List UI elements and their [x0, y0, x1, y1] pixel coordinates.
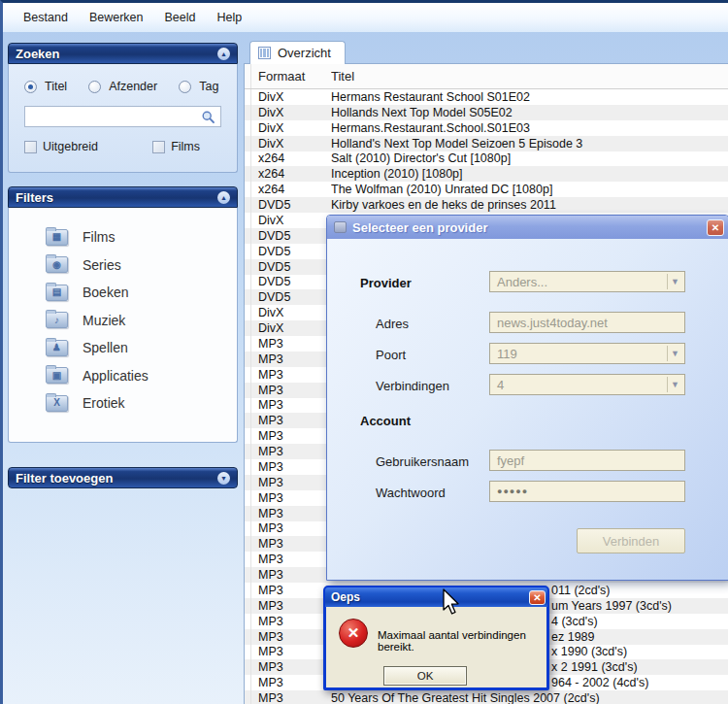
app-window-folder-icon: ▣	[46, 367, 68, 384]
row-format: MP3	[251, 398, 331, 412]
menu-beeld[interactable]: Beeld	[154, 7, 205, 28]
table-header[interactable]: Formaat Titel	[245, 64, 728, 89]
collapse-up-icon[interactable]: ▲	[217, 191, 230, 204]
menu-help[interactable]: Help	[207, 7, 251, 28]
table-row[interactable]: DivXHermans Restaurant School S01E02	[245, 89, 728, 105]
gebruikersnaam-input[interactable]: fyepf	[489, 450, 685, 471]
menu-bestand[interactable]: Bestand	[14, 7, 78, 28]
filter-toevoegen-title: Filter toevoegen	[16, 471, 113, 486]
filter-item-muziek[interactable]: ♪Muziek	[9, 307, 237, 335]
filter-toevoegen-header[interactable]: Filter toevoegen ▼	[8, 467, 238, 488]
row-format: DVD5	[251, 260, 331, 274]
tab-overzicht[interactable]: Overzicht	[249, 41, 346, 64]
wachtwoord-value: ●●●●●	[497, 486, 528, 496]
radio-afzender[interactable]	[88, 81, 101, 93]
adres-input[interactable]: news.just4today.net	[489, 312, 685, 333]
column-header-titel[interactable]: Titel	[331, 69, 728, 84]
ok-button-label: OK	[417, 670, 434, 682]
filter-item-erotiek[interactable]: XErotiek	[9, 389, 237, 418]
row-gutter	[245, 536, 251, 552]
row-gutter	[245, 629, 251, 645]
verbinden-button-label: Verbinden	[603, 534, 660, 549]
row-format: MP3	[251, 507, 331, 520]
row-gutter	[245, 275, 251, 290]
error-dialog-titlebar[interactable]: Oeps ✕	[325, 587, 547, 607]
row-format: MP3	[251, 645, 331, 658]
filters-panel-header[interactable]: Filters ▲	[8, 186, 238, 208]
row-format: MP3	[251, 676, 331, 689]
gebruikersnaam-label: Gebruikersnaam	[376, 454, 469, 469]
filter-item-boeken[interactable]: ▤Boeken	[9, 279, 237, 307]
collapse-down-icon[interactable]: ▼	[217, 472, 230, 485]
films-checkbox[interactable]	[152, 141, 165, 153]
tab-overzicht-label: Overzicht	[278, 46, 331, 60]
verbindingen-combobox[interactable]: 4 ▼	[489, 374, 685, 395]
zoeken-panel-body: Titel Afzender Tag Uitgebreid	[8, 64, 238, 173]
row-format: MP3	[251, 615, 331, 628]
zoeken-panel-header[interactable]: Zoeken ▲	[8, 43, 238, 64]
filter-item-spellen[interactable]: ♟Spellen	[9, 334, 237, 362]
provider-dialog-titlebar[interactable]: Selecteer een provider ✕	[327, 216, 728, 239]
error-dialog-title: Oeps	[331, 590, 360, 604]
row-gutter	[245, 305, 251, 320]
radio-titel[interactable]	[24, 81, 37, 93]
table-row[interactable]: DVD5Kirby varkoes en de heks de prinses …	[245, 197, 728, 213]
row-format: MP3	[251, 568, 331, 582]
search-options: Uitgebreid Films	[24, 140, 221, 153]
column-header-formaat[interactable]: Formaat	[251, 69, 331, 84]
table-row[interactable]: x264Inception (2010) [1080p]	[245, 166, 728, 182]
poort-combobox[interactable]: 119 ▼	[489, 343, 685, 364]
row-gutter	[245, 475, 251, 490]
table-row[interactable]: DivXHollands Next Top Model S05E02	[245, 105, 728, 120]
row-gutter	[245, 151, 251, 167]
wachtwoord-input[interactable]: ●●●●●	[489, 481, 685, 502]
close-icon[interactable]: ✕	[529, 590, 546, 605]
table-row[interactable]: DivXHermans.Restaurant.School.S01E03	[245, 120, 728, 136]
table-row[interactable]: DivXHolland's Next Top Model Seizoen 5 E…	[245, 136, 728, 151]
adres-value: news.just4today.net	[497, 316, 608, 330]
filter-item-series[interactable]: ◉Series	[9, 251, 237, 280]
music-folder-icon: ♪	[46, 312, 68, 328]
verbinden-button[interactable]: Verbinden	[577, 528, 685, 553]
table-row[interactable]: x264Salt (2010) Director's Cut [1080p]	[245, 151, 728, 167]
filter-item-films[interactable]: ▦Films	[9, 223, 237, 251]
row-gutter	[245, 567, 251, 583]
row-format: DivX	[251, 106, 331, 119]
collapse-up-icon[interactable]: ▲	[217, 48, 230, 60]
header-gutter	[245, 64, 251, 88]
search-input[interactable]	[25, 108, 201, 125]
row-format: DVD5	[251, 229, 331, 243]
row-format: DivX	[251, 121, 331, 135]
menu-bewerken[interactable]: Bewerken	[80, 7, 153, 28]
row-format: DivX	[251, 214, 331, 227]
radio-tag-label: Tag	[199, 80, 218, 93]
row-format: x264	[251, 151, 331, 165]
row-format: MP3	[251, 476, 331, 489]
row-title: Kirby varkoes en de heks de prinses 2011	[331, 198, 728, 212]
gebruikersnaam-value: fyepf	[497, 453, 524, 468]
chevron-down-icon: ▼	[667, 377, 682, 392]
table-row[interactable]: MP350 Years Of The Greatest Hit Singles …	[245, 690, 728, 704]
row-gutter	[245, 367, 251, 383]
search-icon[interactable]	[201, 110, 215, 124]
row-gutter	[245, 552, 251, 567]
row-format: DVD5	[251, 290, 331, 304]
filter-item-label: Films	[83, 229, 115, 245]
row-format: DivX	[251, 137, 331, 151]
filter-item-label: Erotiek	[83, 395, 125, 411]
row-format: MP3	[251, 584, 331, 597]
row-format: DVD5	[251, 275, 331, 288]
row-format: MP3	[251, 460, 331, 474]
provider-combobox[interactable]: Anders... ▼	[489, 271, 685, 292]
close-icon[interactable]: ✕	[707, 219, 724, 236]
row-gutter	[245, 105, 251, 120]
book-folder-icon: ▤	[46, 285, 68, 301]
radio-tag[interactable]	[179, 81, 191, 93]
provider-dialog-title: Selecteer een provider	[352, 220, 707, 235]
filter-item-applicaties[interactable]: ▣Applicaties	[9, 362, 237, 390]
row-gutter	[245, 197, 251, 213]
search-scope-radios: Titel Afzender Tag	[24, 80, 221, 93]
table-row[interactable]: x264The Wolfman (2010) Unrated DC [1080p…	[245, 182, 728, 197]
uitgebreid-checkbox[interactable]	[24, 141, 37, 153]
ok-button[interactable]: OK	[383, 666, 467, 686]
